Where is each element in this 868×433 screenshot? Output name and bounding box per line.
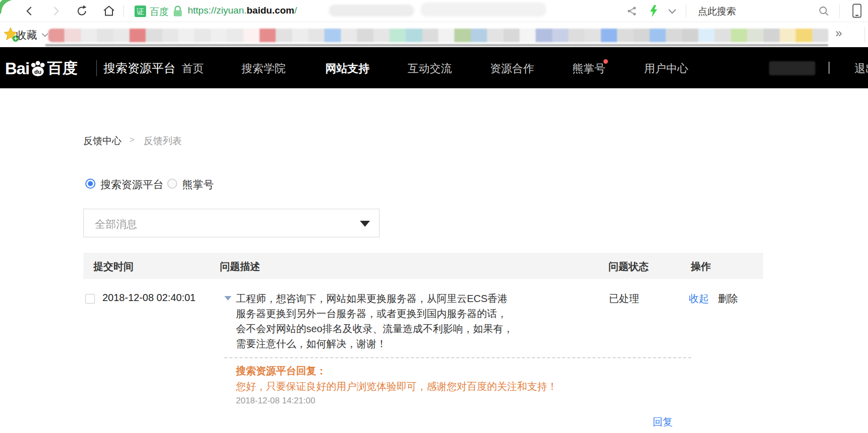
bookmark-item[interactable] [617,29,633,42]
browser-window: 证 百度 https://ziyuan.baidu.com/ 点此搜索 [0,0,868,433]
breadcrumb-feedback-center[interactable]: 反馈中心 [83,134,121,148]
bookmark-item[interactable] [357,29,373,42]
bookmark-item[interactable] [714,29,730,42]
question-line: 服务器更换到另外一台服务器，或者更换到国内服务器的话， [236,306,513,321]
bookmark-item[interactable] [227,29,243,42]
bookmark-item[interactable] [178,29,194,42]
nav-item-interaction[interactable]: 互动交流 [408,61,452,76]
bookmark-item[interactable] [796,29,812,42]
bookmark-item[interactable] [698,29,714,42]
address-bar-url[interactable]: https://ziyuan.baidu.com/ [188,5,297,16]
bookmark-item[interactable] [666,29,682,42]
mobile-icon[interactable] [851,4,862,19]
nav-item-resource-coop[interactable]: 资源合作 [490,61,534,76]
bookmark-item[interactable] [390,29,406,42]
bookmark-item[interactable] [650,29,666,42]
message-filter-dropdown[interactable]: 全部消息 [83,209,380,237]
bookmark-item[interactable] [113,29,130,42]
svg-text:du: du [35,68,42,75]
nav-item-academy[interactable]: 搜索学院 [241,61,286,76]
bookmark-item[interactable] [162,29,178,42]
back-icon[interactable] [24,6,35,17]
nav-item-xiongzhanghao[interactable]: 熊掌号 [572,61,605,76]
bookmark-item[interactable] [292,29,308,42]
bookmark-item[interactable] [48,29,64,42]
cert-site-name[interactable]: 百度 [150,6,169,19]
bookmark-item[interactable] [764,29,780,42]
bookmarks-underline [45,44,828,46]
url-scheme: https://ziyuan. [188,5,246,16]
bookmark-item[interactable] [812,29,828,42]
chevron-down-icon[interactable] [668,9,677,15]
bookmark-item[interactable] [731,29,747,42]
bookmark-item[interactable] [438,29,454,42]
bookmark-item[interactable] [374,29,390,42]
bookmark-item[interactable] [601,29,617,42]
search-icon[interactable] [818,6,829,17]
bookmark-item[interactable] [276,29,292,42]
favorites-button[interactable]: 收藏 [16,28,37,42]
reply-time: 2018-12-08 14:21:00 [236,396,315,406]
bookmark-item[interactable] [64,29,80,42]
question-line: 需要注意什么，如何解决，谢谢！ [236,336,513,351]
bookmark-item[interactable] [308,29,324,42]
favorites-chevron-icon[interactable] [41,33,49,38]
bookmark-item[interactable] [130,29,146,42]
collapse-triangle-icon[interactable] [224,296,231,301]
toolbar-divider [686,5,686,18]
search-input[interactable]: 点此搜索 [698,5,736,18]
bookmark-item[interactable] [97,29,113,42]
bookmark-item[interactable] [520,29,536,42]
delete-button[interactable]: 删除 [718,292,738,306]
baidu-paw-icon: du [29,59,47,78]
baidu-logo[interactable]: Bai du 百度 [5,58,77,79]
collapse-button[interactable]: 收起 [689,292,709,306]
url-redacted-segment [421,3,546,17]
bookmark-item[interactable] [634,29,650,42]
column-header-time: 提交时间 [93,260,134,273]
radio-xiongzhanghao-label[interactable]: 熊掌号 [182,178,214,192]
bookmark-item[interactable] [780,29,796,42]
radio-search-platform[interactable] [85,179,95,189]
bookmark-item[interactable] [584,29,600,42]
bookmark-item[interactable] [682,29,698,42]
reply-divider [224,357,691,358]
bookmark-item[interactable] [211,29,227,42]
bookmark-item[interactable] [552,29,568,42]
table-header: 提交时间 问题描述 问题状态 操作 [83,253,763,279]
forward-icon[interactable] [50,6,61,17]
row-checkbox[interactable] [85,294,95,304]
bookmark-item[interactable] [568,29,584,42]
bookmarks-overflow-icon[interactable]: » [835,26,842,40]
bookmark-item[interactable] [487,29,503,42]
logout-link[interactable]: 退出 [854,61,868,76]
bookmark-item[interactable] [81,29,97,42]
cert-badge-icon[interactable]: 证 [135,6,146,17]
reply-title: 搜索资源平台回复： [236,364,326,378]
bookmark-item[interactable] [341,29,357,42]
bookmark-item[interactable] [422,29,438,42]
bookmark-item[interactable] [536,29,552,42]
bookmark-item[interactable] [747,29,763,42]
url-domain: baidu.com [246,5,294,16]
bookmark-item[interactable] [324,29,340,42]
nav-item-home[interactable]: 首页 [182,61,204,76]
bookmark-item[interactable] [406,29,422,42]
radio-search-platform-label[interactable]: 搜索资源平台 [100,178,164,192]
bookmark-item[interactable] [504,29,520,42]
refresh-icon[interactable] [75,5,88,18]
bookmark-item[interactable] [194,29,210,42]
bookmark-item[interactable] [260,29,276,42]
share-icon[interactable] [627,6,638,17]
reply-button[interactable]: 回复 [653,415,673,429]
nav-item-user-center[interactable]: 用户中心 [644,61,688,76]
bookmark-item[interactable] [146,29,162,42]
bookmark-item[interactable] [454,29,470,42]
radio-xiongzhanghao[interactable] [167,179,177,189]
bookmark-item[interactable] [243,29,260,42]
bookmark-item[interactable] [471,29,487,42]
nav-item-site-support[interactable]: 网站支持 [325,61,369,76]
username-redacted[interactable] [769,61,815,75]
home-icon[interactable] [102,5,115,18]
lightning-icon[interactable] [649,5,659,18]
